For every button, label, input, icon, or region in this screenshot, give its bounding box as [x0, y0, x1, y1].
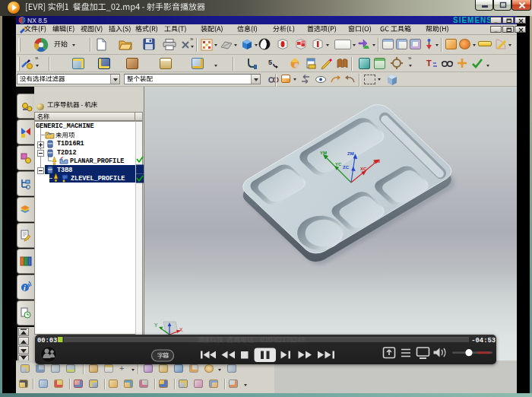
- svg-text:YM: YM: [320, 151, 327, 155]
- svg-text:T: T: [426, 59, 432, 68]
- svg-text:00:03: 00:03: [37, 337, 57, 345]
- svg-text:ZC: ZC: [343, 165, 350, 170]
- svg-text:-04:53: -04:53: [471, 337, 496, 345]
- svg-text:X: X: [179, 327, 183, 332]
- svg-text:XM: XM: [373, 159, 380, 164]
- svg-text:ZM: ZM: [347, 151, 354, 156]
- svg-text:Y: Y: [154, 322, 158, 328]
- svg-text:5: 5: [268, 59, 272, 66]
- svg-text:YC: YC: [335, 162, 342, 167]
- svg-text:XC: XC: [360, 167, 367, 171]
